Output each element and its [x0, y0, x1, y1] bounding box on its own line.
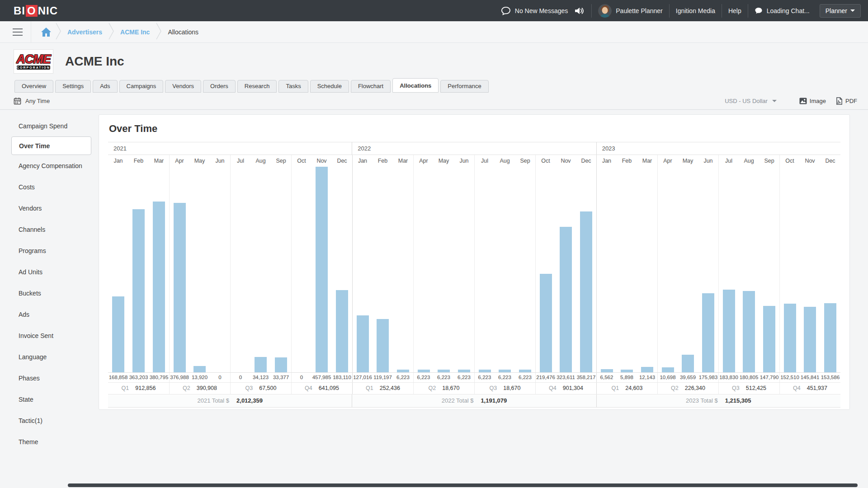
bar-2023-aug[interactable] — [743, 291, 755, 372]
sidebar-item-over-time[interactable]: Over Time — [11, 136, 91, 155]
bar-2021-aug[interactable] — [255, 357, 267, 372]
bar-2023-nov[interactable] — [804, 307, 816, 372]
brand-text: BI — [14, 5, 25, 17]
bar-2021-sep[interactable] — [275, 357, 287, 372]
month-label-2021-jun: Jun — [210, 155, 230, 167]
quarter-value: 252,436 — [380, 385, 400, 391]
tab-allocations[interactable]: Allocations — [392, 78, 439, 93]
quarter-2023-q4: Q4451,937 — [779, 383, 840, 394]
sidebar-item-language[interactable]: Language — [0, 346, 99, 367]
speaker-icon[interactable] — [574, 6, 585, 15]
month-label-2023-sep: Sep — [759, 155, 779, 167]
month-label-2021-dec: Dec — [332, 155, 352, 167]
chevron-right-icon — [56, 22, 61, 42]
bar-plot-area — [108, 167, 840, 373]
bar-2022-jan[interactable] — [357, 315, 369, 372]
sidebar-item-buckets[interactable]: Buckets — [0, 282, 99, 304]
tab-orders[interactable]: Orders — [203, 80, 236, 93]
bar-2022-oct[interactable] — [540, 274, 552, 372]
tab-overview[interactable]: Overview — [14, 80, 53, 93]
value-2022-oct: 219,476 — [535, 373, 556, 382]
logo-word: ACME — [14, 53, 53, 65]
value-2023-oct: 152,510 — [779, 373, 800, 382]
month-label-2022-apr: Apr — [413, 155, 434, 167]
bar-2022-dec[interactable] — [580, 211, 592, 372]
bionic-logo[interactable]: BIONIC — [14, 5, 58, 17]
planner-dropdown-button[interactable]: Planner — [820, 4, 861, 18]
bar-2021-may[interactable] — [193, 366, 206, 372]
bar-2021-jan[interactable] — [112, 296, 124, 372]
sidebar-item-vendors[interactable]: Vendors — [0, 197, 99, 219]
bar-2022-may[interactable] — [438, 370, 450, 372]
bar-2021-dec[interactable] — [336, 290, 348, 372]
sidebar-item-programs[interactable]: Programs — [0, 240, 99, 261]
sidebar-item-invoice-sent[interactable]: Invoice Sent — [0, 325, 99, 346]
tab-vendors[interactable]: Vendors — [165, 80, 201, 93]
sidebar-item-costs[interactable]: Costs — [0, 176, 99, 197]
bar-2022-jul[interactable] — [479, 370, 491, 372]
home-icon[interactable] — [40, 27, 52, 38]
bar-2021-feb[interactable] — [132, 209, 145, 372]
bar-2023-jan[interactable] — [601, 369, 613, 372]
tab-research[interactable]: Research — [237, 80, 277, 93]
sidebar-item-phases[interactable]: Phases — [0, 367, 99, 389]
quarter-value: 390,908 — [197, 385, 217, 391]
sidebar-item-ads[interactable]: Ads — [0, 304, 99, 325]
breadcrumb-link-advertisers[interactable]: Advertisers — [65, 28, 105, 36]
bar-2022-feb[interactable] — [377, 319, 389, 372]
sidebar-item-state[interactable]: State — [0, 389, 99, 410]
tab-settings[interactable]: Settings — [55, 80, 91, 93]
quarter-2023-q2: Q2226,340 — [657, 383, 718, 394]
bar-2023-oct[interactable] — [784, 304, 796, 372]
bar-2022-mar[interactable] — [397, 370, 409, 372]
bar-2023-mar[interactable] — [641, 367, 653, 372]
year-header-row: 202120222023 — [108, 142, 840, 155]
value-2021-dec: 183,110 — [332, 373, 352, 382]
bar-2021-mar[interactable] — [153, 202, 165, 372]
breadcrumb-link-acme-inc[interactable]: ACME Inc — [118, 28, 152, 36]
tab-performance[interactable]: Performance — [440, 80, 488, 93]
agency-menu[interactable]: Ignition Media — [670, 5, 722, 17]
sidebar-item-campaign-spend[interactable]: Campaign Spend — [0, 115, 99, 136]
bar-cell-2022-jul — [474, 167, 495, 372]
horizontal-scrollbar[interactable] — [68, 483, 858, 487]
export-pdf-button[interactable]: PDF — [836, 97, 857, 105]
sidebar-item-channels[interactable]: Channels — [0, 219, 99, 240]
tab-ads[interactable]: Ads — [93, 80, 117, 93]
bar-2022-aug[interactable] — [499, 370, 511, 372]
currency-dropdown[interactable]: USD - US Dollar — [725, 98, 777, 104]
bar-2023-jun[interactable] — [702, 293, 714, 372]
bar-cell-2022-apr — [413, 167, 434, 372]
bar-2023-apr[interactable] — [662, 367, 674, 372]
quarter-label: Q1 — [366, 385, 373, 391]
sidebar-item-tactic-1[interactable]: Tactic(1) — [0, 410, 99, 431]
tab-schedule[interactable]: Schedule — [310, 80, 349, 93]
sidebar-item-ad-units[interactable]: Ad Units — [0, 261, 99, 282]
bar-2022-apr[interactable] — [418, 370, 430, 372]
agency-name: Ignition Media — [676, 7, 715, 14]
user-menu[interactable]: Paulette Planner — [592, 5, 669, 17]
bar-2021-nov[interactable] — [316, 167, 328, 372]
bar-2021-apr[interactable] — [174, 203, 186, 372]
menu-toggle-icon[interactable] — [0, 28, 31, 36]
messages-group[interactable]: No New Messages — [495, 5, 592, 17]
export-image-button[interactable]: Image — [799, 98, 826, 104]
bar-2022-nov[interactable] — [560, 227, 572, 372]
sidebar-item-agency-compensation[interactable]: Agency Compensation — [0, 155, 99, 176]
bar-2023-feb[interactable] — [621, 370, 633, 372]
bar-2023-jul[interactable] — [723, 290, 735, 372]
sidebar-item-theme[interactable]: Theme — [0, 431, 99, 452]
help-link[interactable]: Help — [722, 5, 748, 17]
quarter-value: 24,603 — [625, 385, 642, 391]
bar-2022-sep[interactable] — [519, 370, 531, 372]
time-filter-button[interactable]: Any Time — [14, 97, 50, 105]
chat-status[interactable]: Loading Chat... — [748, 5, 816, 17]
bar-2023-may[interactable] — [682, 355, 694, 372]
tab-flowchart[interactable]: Flowchart — [351, 80, 391, 93]
tab-campaigns[interactable]: Campaigns — [119, 80, 164, 93]
bar-2023-sep[interactable] — [763, 306, 775, 372]
time-filter-label: Any Time — [25, 98, 50, 104]
bar-2023-dec[interactable] — [824, 303, 836, 372]
bar-2022-jun[interactable] — [458, 370, 470, 372]
tab-tasks[interactable]: Tasks — [278, 80, 308, 93]
